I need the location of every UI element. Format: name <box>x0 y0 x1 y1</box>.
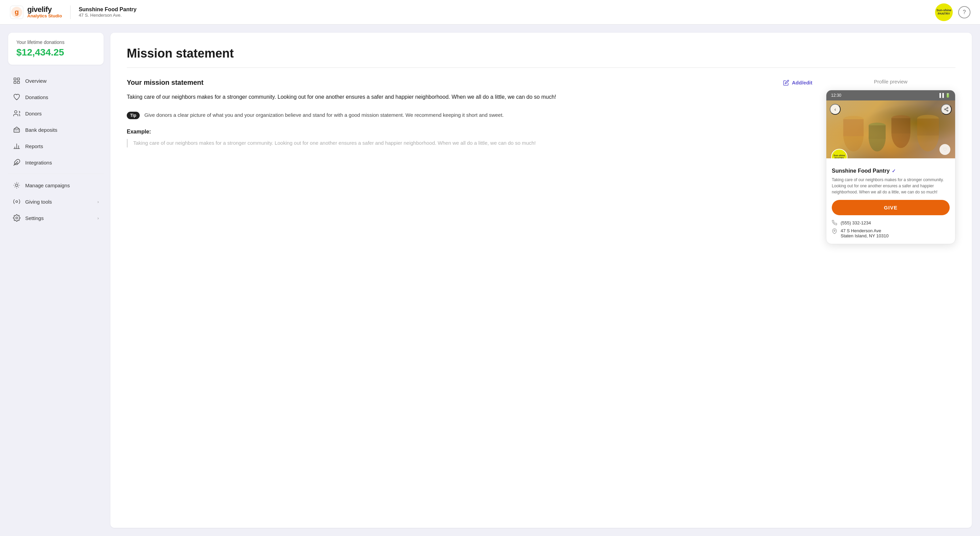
address-text: 47 S Henderson Ave Staten Island, NY 103… <box>841 228 889 238</box>
sidebar-item-manage-campaigns[interactable]: Manage campaigns <box>8 178 103 193</box>
tip-badge: Tip <box>127 112 140 119</box>
puzzle-icon <box>13 159 21 166</box>
help-button[interactable]: ? <box>958 6 970 18</box>
verified-badge: ✓ <box>892 168 896 174</box>
phone-mission-text: Taking care of our neighbors makes for a… <box>832 177 950 195</box>
svg-point-35 <box>945 109 946 110</box>
phone-address: 47 S Henderson Ave Staten Island, NY 103… <box>832 228 950 238</box>
svg-rect-5 <box>18 78 19 80</box>
nav-divider <box>8 174 103 174</box>
sidebar-item-donors[interactable]: Donors <box>8 106 103 121</box>
tools-icon <box>13 198 21 205</box>
avatar[interactable]: Sun-shinePANTRY <box>935 3 953 21</box>
header-right: Sun-shinePANTRY ? <box>935 3 970 21</box>
profile-preview-section: Profile preview 12:30 ▐▐ 🔋 <box>826 79 956 244</box>
org-info: Sunshine Food Pantry 47 S. Henderson Ave… <box>79 6 137 18</box>
chevron-right-icon: › <box>97 199 99 204</box>
svg-rect-6 <box>14 81 16 83</box>
org-address: 47 S. Henderson Ave. <box>79 13 137 18</box>
svg-line-37 <box>946 109 947 110</box>
mission-text: Taking care of our neighbors makes for a… <box>127 93 812 101</box>
tip-box: Tip Give donors a clear picture of what … <box>127 111 812 119</box>
donation-card: Your lifetime donations $12,434.25 <box>8 33 103 65</box>
phone-hero-image: ‹ Sun-shinePANTRY ♡ <box>826 100 955 159</box>
org-name: Sunshine Food Pantry <box>79 6 137 13</box>
bar-chart-icon <box>13 142 21 150</box>
gear-icon <box>13 214 21 222</box>
phone-status-bar: 12:30 ▐▐ 🔋 <box>826 90 955 100</box>
users-icon <box>13 109 21 117</box>
sidebar-item-label: Giving tools <box>25 199 52 205</box>
preview-label: Profile preview <box>826 79 956 84</box>
svg-point-21 <box>16 217 18 219</box>
logo-text: givelify Analytics Studio <box>27 5 62 18</box>
sidebar-item-overview[interactable]: Overview <box>8 73 103 89</box>
nav-list: Overview Donations Donors <box>8 73 103 226</box>
svg-point-39 <box>834 230 835 232</box>
flag-icon <box>13 181 21 189</box>
sidebar-item-settings[interactable]: Settings › <box>8 210 103 226</box>
logo-subtitle: Analytics Studio <box>27 14 62 18</box>
sidebar-item-label: Manage campaigns <box>25 182 70 188</box>
sidebar-item-giving-tools[interactable]: Giving tools › <box>8 194 103 209</box>
sidebar-item-label: Overview <box>25 78 47 84</box>
mission-statement-section: Your mission statement Add/edit Taking c… <box>127 79 812 244</box>
example-text: Taking care of our neighbors makes for a… <box>127 139 812 147</box>
tip-text: Give donors a clear picture of what you … <box>145 111 504 119</box>
svg-point-8 <box>15 111 17 113</box>
logo-area: g givelify Analytics Studio <box>10 5 62 19</box>
sidebar-item-label: Bank deposits <box>25 127 57 133</box>
phone-mockup: 12:30 ▐▐ 🔋 <box>826 90 956 244</box>
svg-rect-33 <box>917 119 939 136</box>
sidebar-item-donations[interactable]: Donations <box>8 89 103 105</box>
add-edit-button[interactable]: Add/edit <box>783 80 812 86</box>
give-button[interactable]: GIVE <box>832 200 950 215</box>
location-icon <box>832 228 837 234</box>
svg-point-36 <box>947 110 948 111</box>
sidebar-item-label: Reports <box>25 143 43 149</box>
example-section: Example: Taking care of our neighbors ma… <box>127 129 812 147</box>
phone-org-name: Sunshine Food Pantry ✓ <box>832 168 950 174</box>
example-label: Example: <box>127 129 812 135</box>
svg-point-34 <box>947 107 948 109</box>
phone-status-icons: ▐▐ 🔋 <box>938 93 950 98</box>
phone-back-button[interactable]: ‹ <box>830 104 841 115</box>
phone-number: (555) 332-1234 <box>841 220 871 225</box>
page-title: Mission statement <box>127 46 956 60</box>
svg-text:g: g <box>15 8 19 16</box>
sidebar-item-integrations[interactable]: Integrations <box>8 155 103 170</box>
sidebar-item-label: Donations <box>25 94 48 100</box>
logo-brand-name: givelify <box>27 5 62 14</box>
bank-icon <box>13 126 21 133</box>
svg-line-38 <box>946 108 947 109</box>
grid-icon <box>13 77 21 84</box>
svg-rect-30 <box>891 118 910 133</box>
donation-label: Your lifetime donations <box>16 40 95 45</box>
phone-nav-buttons: ‹ <box>830 104 952 115</box>
chevron-right-icon: › <box>97 216 99 220</box>
section-header: Your mission statement Add/edit <box>127 79 812 87</box>
main-layout: Your lifetime donations $12,434.25 Overv… <box>0 24 980 536</box>
sidebar-item-reports[interactable]: Reports <box>8 138 103 154</box>
section-title: Your mission statement <box>127 79 204 87</box>
sidebar-item-label: Donors <box>25 111 41 116</box>
phone-contact: (555) 332-1234 <box>832 220 950 225</box>
phone-heart-button[interactable]: ♡ <box>939 144 950 155</box>
phone-share-button[interactable] <box>941 104 952 115</box>
add-edit-label: Add/edit <box>792 80 812 86</box>
content-grid: Your mission statement Add/edit Taking c… <box>127 79 956 244</box>
heart-icon <box>13 93 21 101</box>
app-header: g givelify Analytics Studio Sunshine Foo… <box>0 0 980 24</box>
sidebar-item-bank-deposits[interactable]: Bank deposits <box>8 122 103 138</box>
givelify-logo-icon: g <box>10 5 24 19</box>
edit-icon <box>783 80 789 86</box>
phone-icon <box>832 220 837 225</box>
main-content: Mission statement Your mission statement… <box>110 33 972 528</box>
sidebar-item-label: Settings <box>25 215 44 221</box>
phone-body: Sunshine Food Pantry ✓ Taking care of ou… <box>826 159 955 244</box>
svg-rect-7 <box>18 81 19 83</box>
svg-point-20 <box>16 201 18 203</box>
svg-point-19 <box>15 184 18 186</box>
svg-rect-24 <box>843 119 864 136</box>
title-divider <box>127 67 956 68</box>
